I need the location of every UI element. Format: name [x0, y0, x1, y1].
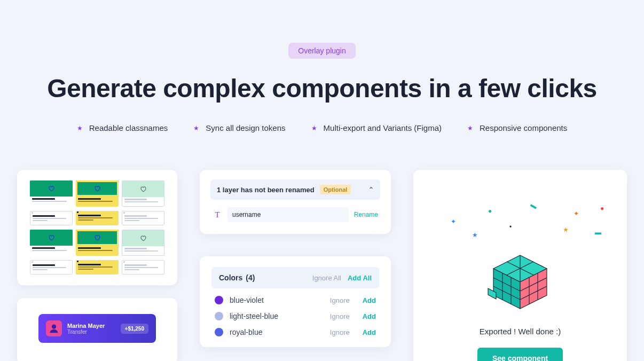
- variant-thumbnail: [30, 230, 73, 256]
- add-button[interactable]: Add: [363, 296, 376, 304]
- avatar: [46, 320, 62, 336]
- add-button[interactable]: Add: [363, 328, 376, 336]
- feature-item: ★ Multi-export and Variants (Figma): [311, 123, 442, 132]
- ignore-button[interactable]: Ignore: [330, 312, 350, 320]
- layer-name-input[interactable]: [227, 207, 349, 222]
- feature-item: ★ Sync all design tokens: [193, 123, 285, 132]
- rename-heading: 1 layer has not been renamed: [217, 186, 315, 194]
- svg-point-0: [52, 325, 56, 329]
- colors-panel: Colors (4) Ignore All Add All blue-viole…: [200, 256, 391, 347]
- color-name: royal-blue: [230, 328, 262, 336]
- transfer-preview-card: Marina Mayer Transfer +$1,250: [17, 298, 177, 361]
- feature-label: Responsive components: [480, 123, 567, 132]
- transfer-row: Marina Mayer Transfer +$1,250: [38, 314, 156, 343]
- variant-thumbnail: [30, 211, 73, 225]
- ignore-button[interactable]: Ignore: [330, 296, 350, 304]
- feature-label: Readable classnames: [89, 123, 168, 132]
- rename-layer-panel: 1 layer has not been renamed Optional ⌃ …: [200, 170, 391, 234]
- optional-badge: Optional: [320, 185, 351, 194]
- feature-list: ★ Readable classnames ★ Sync all design …: [16, 123, 628, 132]
- variant-thumbnail: [76, 260, 119, 274]
- see-component-button[interactable]: See component: [477, 348, 563, 361]
- variant-thumbnail: [30, 260, 73, 274]
- transfer-name: Marina Mayer: [67, 323, 115, 329]
- transfer-amount: +$1,250: [121, 324, 148, 334]
- rename-panel-header[interactable]: 1 layer has not been renamed Optional ⌃: [210, 179, 380, 200]
- color-swatch: [215, 312, 223, 320]
- variant-thumbnail: [76, 230, 119, 256]
- star-icon: ★: [77, 124, 83, 132]
- rename-button[interactable]: Rename: [354, 211, 378, 218]
- color-swatch: [215, 328, 223, 336]
- variant-thumbnail: [76, 180, 119, 207]
- color-row: blue-violet Ignore Add: [215, 296, 376, 304]
- feature-item: ★ Readable classnames: [77, 123, 168, 132]
- color-row: royal-blue Ignore Add: [215, 328, 376, 336]
- feature-label: Sync all design tokens: [206, 123, 285, 132]
- variant-thumbnail: [122, 230, 164, 256]
- success-message: Exported ! Well done :): [435, 327, 606, 336]
- text-layer-icon: T: [213, 210, 222, 219]
- variant-thumbnail: [122, 260, 164, 274]
- add-button[interactable]: Add: [363, 312, 376, 320]
- add-all-button[interactable]: Add All: [348, 274, 372, 282]
- color-swatch: [215, 296, 223, 304]
- overlay-plugin-badge: Overlay plugin: [288, 43, 356, 59]
- feature-item: ★ Responsive components: [467, 123, 567, 132]
- variant-thumbnail: [30, 180, 73, 207]
- colors-count: (4): [246, 273, 255, 282]
- ignore-button[interactable]: Ignore: [330, 328, 350, 336]
- confetti-art: ✦ ● • ▬ ★ ✦ ★ ● ▬: [435, 202, 606, 261]
- export-success-card: ✦ ● • ▬ ★ ✦ ★ ● ▬: [413, 170, 627, 361]
- star-icon: ★: [311, 124, 317, 132]
- variant-thumbnail: [76, 211, 119, 225]
- variant-thumbnail: [122, 211, 164, 225]
- color-name: blue-violet: [230, 296, 264, 304]
- variants-preview-card: [17, 170, 177, 285]
- colors-label: Colors: [219, 273, 242, 282]
- ignore-all-button[interactable]: Ignore All: [312, 274, 341, 282]
- chevron-up-icon[interactable]: ⌃: [368, 186, 374, 193]
- color-name: light-steel-blue: [230, 312, 278, 320]
- page-title: Generate complex components in a few cli…: [16, 74, 628, 103]
- transfer-sub: Transfer: [67, 329, 115, 335]
- star-icon: ★: [467, 124, 473, 132]
- variant-thumbnail: [122, 180, 164, 207]
- color-row: light-steel-blue Ignore Add: [215, 312, 376, 320]
- feature-label: Multi-export and Variants (Figma): [324, 123, 442, 132]
- star-icon: ★: [193, 124, 199, 132]
